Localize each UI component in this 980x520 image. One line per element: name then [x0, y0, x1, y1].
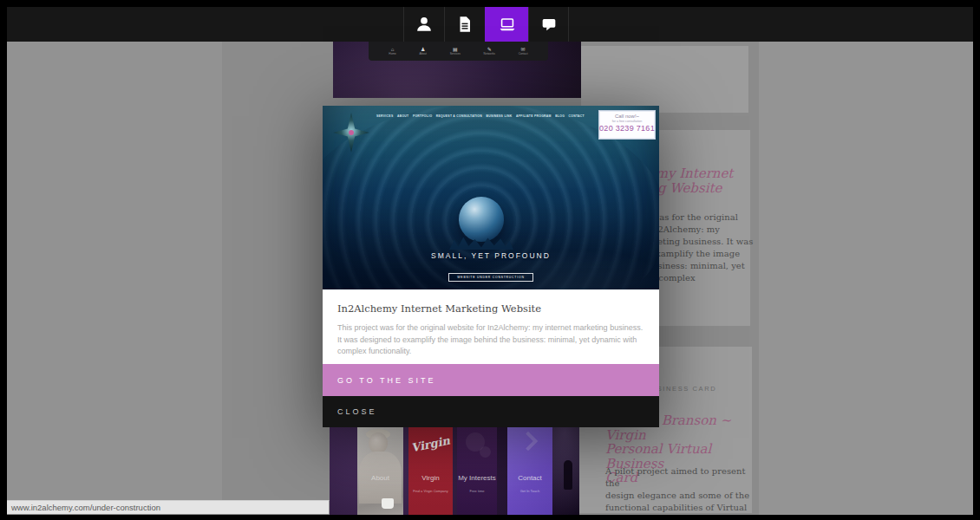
preview-nav-link: SERVICES [376, 114, 394, 118]
project-screenshot: SERVICES ABOUT PORTFOLIO REQUEST A CONSU… [323, 106, 659, 289]
mini-nav-networks: ✎ Networks [484, 47, 495, 55]
person-icon [415, 15, 434, 34]
site-tagline: SMALL, YET PROFOUND [323, 251, 659, 260]
toolbar-icons [403, 7, 569, 42]
screenshot-frame: ⌂ Home ♟ About ▤ Services ✎ Networks ✉ [0, 0, 980, 520]
background-item2-description: A pilot project aimed to present the des… [605, 465, 761, 515]
top-toolbar [7, 7, 973, 42]
preview-nav-link: BLOG [555, 114, 565, 118]
chat-tool-button[interactable] [528, 7, 569, 42]
logo-center-dot [349, 130, 354, 135]
portrait-face [369, 432, 388, 453]
call-now-box: Call now!~ for a free consultation 020 3… [598, 110, 656, 140]
preview-site-nav: SERVICES ABOUT PORTFOLIO REQUEST A CONSU… [376, 114, 585, 118]
background-portfolio-image-purple-site: ⌂ Home ♟ About ▤ Services ✎ Networks ✉ [333, 42, 581, 98]
status-url-tooltip: www.in2alchemy.com/under-construction [7, 500, 330, 514]
preview-nav-link: REQUEST A CONSULTATION [436, 114, 482, 118]
mini-nav-services: ▤ Services [450, 47, 461, 55]
laptop-icon [498, 15, 517, 34]
mini-nav-about: ♟ About [420, 47, 427, 55]
lightbox-body: In2Alchemy Internet Marketing Website Th… [323, 289, 659, 364]
browser-viewport: ⌂ Home ♟ About ▤ Services ✎ Networks ✉ [7, 7, 973, 515]
preview-nav-link: PORTFOLIO [413, 114, 432, 118]
go-to-site-button[interactable]: GO TO THE SITE [323, 364, 659, 396]
preview-nav-link: CONTACT [569, 114, 585, 118]
mini-nav-contact: ✉ Contact [519, 47, 528, 55]
performer-silhouette [564, 460, 572, 490]
phone-number: 020 3239 7161 [599, 124, 655, 133]
decor-circle [480, 446, 491, 458]
preview-nav-link: AFFILIATE PROGRAM [516, 114, 552, 118]
mini-nav-home: ⌂ Home [389, 47, 396, 55]
portrait-mug [382, 498, 394, 509]
vcard-contact-panel: Contact Get In Touch [507, 427, 552, 515]
project-title: In2Alchemy Internet Marketing Website [337, 302, 644, 315]
vcard-interests-panel: My Interests Free time [457, 427, 497, 515]
chevron-decor [519, 432, 539, 452]
dimmed-page-left [7, 42, 222, 501]
document-icon [455, 15, 474, 34]
portfolio-tool-button[interactable] [485, 7, 528, 42]
vcard-about-panel: About [357, 427, 403, 515]
preview-mini-navbar: ⌂ Home ♟ About ▤ Services ✎ Networks ✉ [369, 42, 548, 61]
virgin-logo: Virgin [408, 433, 454, 455]
dimmed-content-box-top [581, 46, 748, 113]
profile-tool-button[interactable] [403, 7, 444, 42]
preview-nav-link: ABOUT [397, 114, 409, 118]
dimmed-page-right [759, 42, 973, 515]
project-description: This project was for the original websit… [337, 322, 644, 358]
background-portfolio-image-business-card: About Virgin Virgin Find a Virgin Compan… [330, 427, 579, 515]
construction-badge: WEBSITE UNDER CONSTRUCTION [323, 266, 659, 282]
preview-nav-link: BUSINESS LINK [486, 114, 512, 118]
close-button[interactable]: CLOSE [323, 396, 659, 427]
portfolio-lightbox: SERVICES ABOUT PORTFOLIO REQUEST A CONSU… [323, 106, 659, 427]
pages-tool-button[interactable] [444, 7, 485, 42]
chat-icon [539, 15, 559, 34]
vcard-virgin-panel: Virgin Virgin Find a Virgin Company [408, 427, 453, 515]
